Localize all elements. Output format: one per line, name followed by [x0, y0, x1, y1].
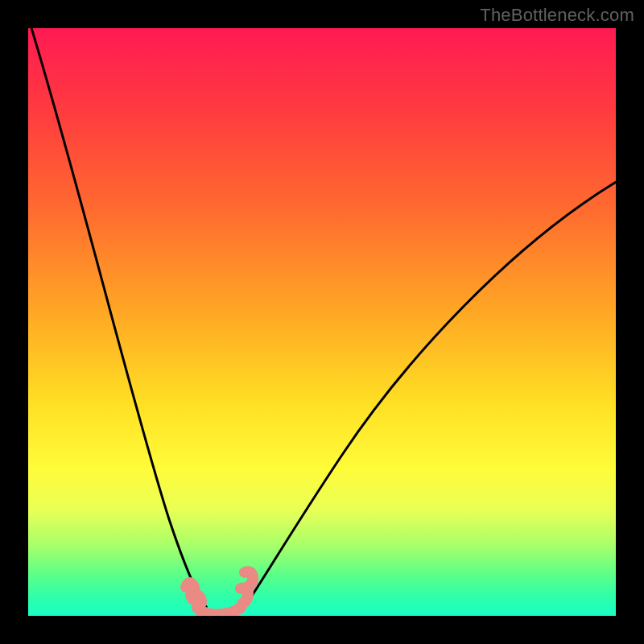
outer-frame: TheBottleneck.com — [0, 0, 644, 644]
watermark-text: TheBottleneck.com — [480, 5, 634, 26]
valley-marker — [186, 572, 253, 614]
chart-plot-area — [28, 28, 616, 616]
curve-right-branch — [244, 181, 616, 608]
curve-left-branch — [28, 28, 207, 608]
chart-svg — [28, 28, 616, 616]
